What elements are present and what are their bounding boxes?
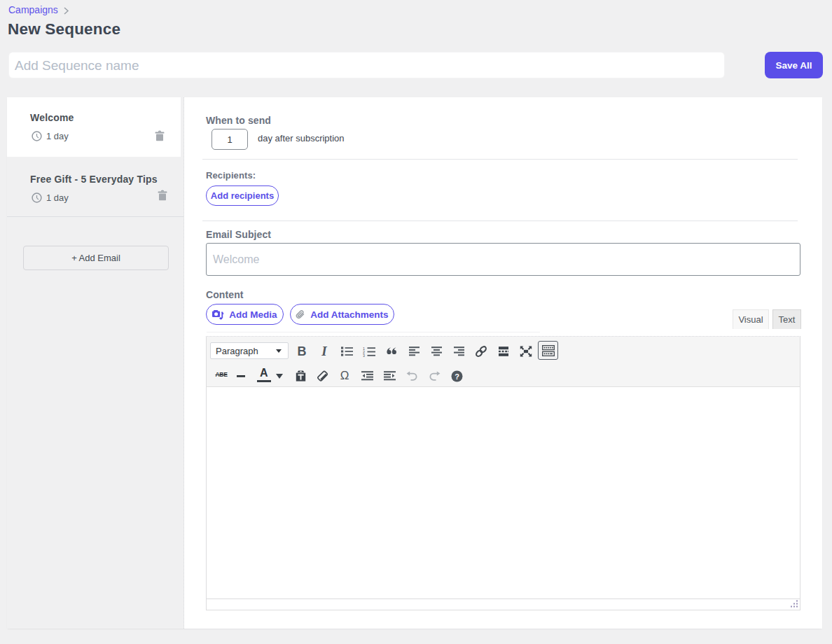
svg-text:?: ? xyxy=(455,372,459,380)
svg-text:3: 3 xyxy=(363,354,365,357)
